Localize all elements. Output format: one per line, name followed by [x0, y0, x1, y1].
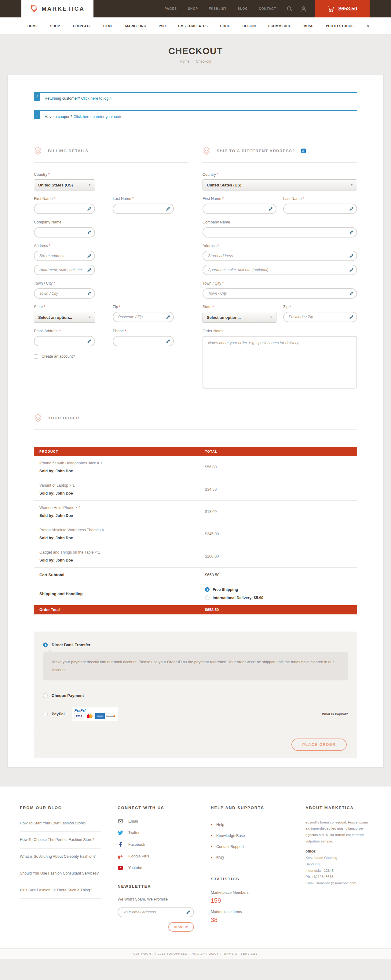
blog-link[interactable]: Plus Size Fashion: Is There Such a Thing…	[20, 882, 101, 899]
nav-marketing[interactable]: MARKETING	[125, 24, 146, 28]
nav-ecommerce[interactable]: ECOMMERCE	[268, 24, 291, 28]
cart-button[interactable]: $653.50	[315, 0, 370, 18]
radio-selected-icon[interactable]	[43, 643, 48, 647]
shipping-country-select[interactable]: United States (US) ▼	[202, 180, 357, 191]
nav-design[interactable]: DESIGN	[243, 24, 256, 28]
product-price: $18.00	[205, 509, 216, 514]
subtotal-value: $653.50	[205, 573, 219, 577]
top-nav-wishlist[interactable]: WISHLIST	[209, 7, 226, 10]
terms-link[interactable]: TERMS OF SERVICES	[222, 952, 258, 955]
what-is-paypal-link[interactable]: What is PayPal?	[322, 712, 348, 716]
shipping-first-name-input[interactable]	[202, 204, 277, 214]
billing-state-select[interactable]: Select an option... ▼	[34, 312, 95, 323]
nav-code[interactable]: CODE	[220, 24, 230, 28]
breadcrumb-home[interactable]: Home	[180, 59, 189, 64]
create-account-checkbox[interactable]	[34, 354, 38, 358]
help-link[interactable]: Contact Support	[211, 841, 289, 852]
facebook-icon	[118, 842, 123, 847]
chevron-down-icon[interactable]	[366, 24, 370, 28]
newsletter-title: NEWSLETTER	[118, 884, 194, 889]
billing-first-name-input[interactable]	[34, 204, 95, 214]
shipping-company-input[interactable]	[202, 227, 357, 237]
shipping-zip-input[interactable]	[283, 312, 357, 322]
privacy-policy-link[interactable]: PRIVACY POLICY	[191, 952, 219, 955]
pen-icon	[349, 268, 354, 272]
order-total-value: $653.50	[205, 608, 219, 612]
nav-photo-stocks[interactable]: PHOTO STOCKS	[326, 24, 354, 28]
user-account-icon[interactable]	[300, 6, 307, 12]
order-notes-label: Order Notes	[202, 329, 357, 333]
billing-company-input[interactable]	[34, 227, 95, 237]
order-notes-textarea[interactable]	[202, 336, 357, 388]
product-name: Proton Absolute Wordpress Themes × 1	[40, 528, 205, 532]
last-name-label: Last Name	[283, 197, 302, 201]
shipping-street-input[interactable]	[202, 251, 357, 261]
section-tag-icon	[34, 414, 42, 422]
help-link[interactable]: Help	[211, 819, 289, 830]
required-mark: *	[289, 305, 291, 309]
blog-link[interactable]: How To Start Your Own Fashion Store?	[20, 819, 101, 832]
top-nav-contact[interactable]: CONTACT	[259, 7, 276, 10]
top-nav-pages[interactable]: PAGES	[165, 7, 177, 10]
radio-icon[interactable]	[43, 693, 48, 698]
pen-icon	[87, 230, 92, 235]
social-google-plus[interactable]: Google Plus	[118, 854, 194, 859]
nav-cms-templates[interactable]: CMS TEMPLATES	[178, 24, 208, 28]
blog-link[interactable]: What is So Alluring About Celebrity Fash…	[20, 848, 101, 865]
place-order-button[interactable]: PLACE ORDER	[291, 738, 347, 751]
required-mark: *	[59, 329, 61, 333]
help-link[interactable]: Knowledge Base	[211, 830, 289, 841]
twitter-icon	[118, 830, 123, 835]
billing-street-input[interactable]	[34, 251, 95, 261]
top-nav-shop[interactable]: SHOP	[188, 7, 198, 10]
newsletter-email-input[interactable]	[118, 907, 194, 917]
payment-bank-transfer[interactable]: Direct Bank Transfer	[43, 643, 348, 647]
shipping-town-input[interactable]	[202, 288, 357, 299]
shipping-option-international[interactable]: International Delivery: $5.90	[205, 595, 263, 600]
country-label: Country	[202, 172, 216, 177]
pen-icon	[87, 254, 92, 258]
social-facebook[interactable]: Facebook	[118, 842, 194, 847]
billing-email-input[interactable]	[34, 336, 95, 346]
coupon-link[interactable]: Click here to enter your code	[74, 115, 122, 119]
nav-home[interactable]: HOME	[27, 24, 38, 28]
social-twitter[interactable]: Twitter	[118, 830, 194, 835]
radio-icon[interactable]	[43, 712, 48, 716]
address-line: Ph. +6212345678	[305, 873, 370, 880]
required-mark: *	[132, 197, 134, 201]
search-icon[interactable]	[286, 6, 292, 12]
radio-icon[interactable]	[205, 595, 210, 600]
blog-link[interactable]: Should You Use Fashion Consultant Servic…	[20, 865, 101, 882]
shipping-option-free[interactable]: Free Shipping	[205, 587, 263, 592]
billing-phone-input[interactable]	[113, 336, 174, 346]
shipping-state-select[interactable]: Select an option... ▼	[202, 312, 277, 323]
billing-last-name-input[interactable]	[113, 204, 174, 214]
pen-icon	[349, 315, 354, 320]
social-youtube[interactable]: Youtube	[118, 865, 194, 870]
billing-apartment-input[interactable]	[34, 265, 95, 275]
social-email[interactable]: Email	[118, 819, 194, 824]
nav-psd[interactable]: PSD	[159, 24, 166, 28]
signup-button[interactable]: SIGN UP	[168, 922, 194, 932]
nav-html[interactable]: HTML	[103, 24, 113, 28]
login-link[interactable]: Click here to login	[81, 96, 111, 100]
nav-template[interactable]: TEMPLATE	[72, 24, 91, 28]
help-link[interactable]: FAQ	[211, 852, 289, 863]
payment-paypal[interactable]: PayPal PayPal VISA DISCOVER What is PayP…	[43, 707, 348, 721]
blog-link[interactable]: How To Choose The Perfect Fashion Store?	[20, 832, 101, 848]
required-mark: *	[222, 197, 224, 201]
stat-value: 38	[211, 916, 289, 923]
payment-cheque[interactable]: Cheque Payment	[43, 693, 348, 698]
ship-different-checkbox[interactable]	[301, 148, 306, 153]
nav-shop[interactable]: SHOP	[50, 24, 60, 28]
nav-muse[interactable]: MUSE	[304, 24, 313, 28]
top-nav-blog[interactable]: BLOG	[238, 7, 248, 10]
first-name-label: First Name	[202, 197, 221, 201]
billing-country-select[interactable]: United States (US) ▼	[34, 180, 95, 191]
shipping-last-name-input[interactable]	[283, 204, 357, 214]
radio-selected-icon[interactable]	[205, 587, 210, 592]
logo[interactable]: MARKETICA	[21, 0, 94, 18]
billing-town-input[interactable]	[34, 288, 95, 299]
billing-zip-input[interactable]	[113, 312, 174, 322]
shipping-apartment-input[interactable]	[202, 265, 357, 275]
